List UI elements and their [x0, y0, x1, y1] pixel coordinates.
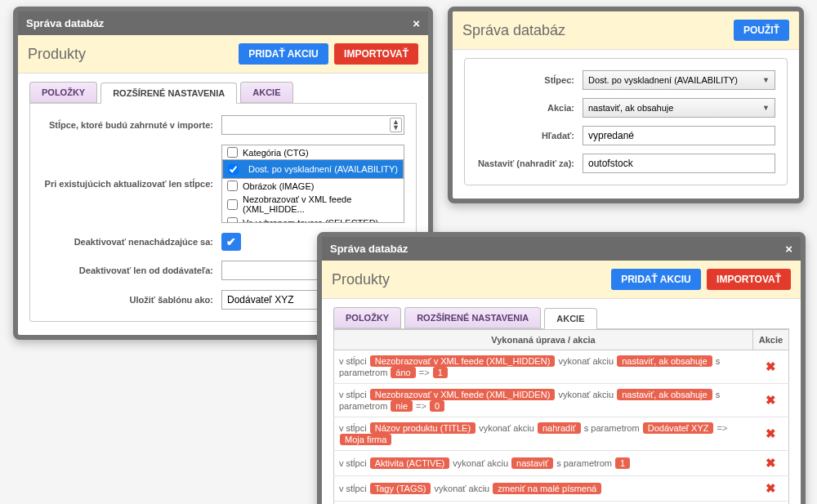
close-icon[interactable]: × — [413, 16, 420, 30]
dialog-header: Produkty PRIDAŤ AKCIU IMPORTOVAŤ — [322, 261, 801, 299]
table-row: v stĺpci Cena (PRICE) vykonať akciu vyde… — [334, 502, 789, 505]
page-title: Produkty — [332, 271, 390, 288]
checkbox[interactable] — [227, 217, 238, 223]
txt: vykonať akciu — [435, 484, 490, 493]
txt: vykonať akciu — [558, 390, 614, 399]
dialog-header: Správa databáz POUŽIŤ — [453, 11, 799, 50]
row-search: Hľadať: — [476, 126, 775, 145]
tab-actions[interactable]: AKCIE — [240, 82, 292, 103]
search-input[interactable] — [583, 126, 775, 145]
table-row: v stĺpci Názov produktu (TITLE) vykonať … — [334, 417, 789, 451]
label: Deaktivovať len od dodávateľa: — [42, 265, 221, 275]
tag-column: Aktivita (ACTIVE) — [370, 457, 450, 469]
col-header-akcie: Akcie — [753, 330, 789, 350]
list-item[interactable]: Nezobrazovať v XML feede (XML_HIDDE... — [222, 193, 404, 216]
list-item[interactable]: Dost. po vyskladnení (AVAILABILITY) — [222, 159, 404, 179]
tag-action: nastaviť, ak obsahuje — [617, 389, 712, 400]
txt: vykonať akciu — [479, 423, 534, 433]
delete-icon[interactable]: ✖ — [766, 481, 776, 495]
txt: vykonať akciu — [558, 356, 614, 366]
arrow-icon: => — [416, 401, 426, 411]
page-title: Správa databáz — [462, 22, 565, 39]
import-button[interactable]: IMPORTOVAŤ — [334, 43, 418, 65]
tag-param: Dodávateľ XYZ — [643, 422, 714, 434]
tab-extended[interactable]: ROZŠÍRENÉ NASTAVENIA — [100, 83, 237, 104]
action-description: v stĺpci Cena (PRICE) vykonať akciu vyde… — [334, 502, 753, 505]
label: Pri existujúcich aktualizovať len stĺpce… — [42, 179, 221, 189]
tag-param: nie — [391, 400, 413, 412]
table-row: v stĺpci Nezobrazovať v XML feede (XML_H… — [334, 384, 789, 417]
txt: s parametrom — [556, 458, 612, 468]
close-icon[interactable]: × — [785, 242, 792, 256]
actions-table: Vykonaná úprava / akcia Akcie v stĺpci N… — [333, 329, 789, 504]
arrow-icon: => — [419, 368, 430, 377]
txt: v stĺpci — [339, 484, 367, 493]
spinner-arrows-icon[interactable]: ▲▼ — [390, 118, 402, 132]
tab-items[interactable]: POLOŽKY — [29, 82, 97, 103]
label: Akcia: — [476, 103, 583, 113]
dialog-body: Stĺpec: Dost. po vyskladnení (AVAILABILI… — [453, 50, 799, 198]
header-buttons: POUŽIŤ — [730, 20, 789, 41]
tab-actions[interactable]: AKCIE — [544, 308, 596, 329]
tag-param: 1 — [433, 367, 448, 378]
checkbox[interactable] — [228, 164, 239, 175]
chevron-down-icon: ▼ — [762, 104, 770, 112]
titlebar: Správa databáz × — [18, 11, 428, 35]
checkbox[interactable] — [227, 181, 238, 191]
txt: s parametrom — [584, 423, 640, 433]
form-frame: Stĺpec: Dost. po vyskladnení (AVAILABILI… — [464, 58, 788, 185]
row-column: Stĺpec: Dost. po vyskladnení (AVAILABILI… — [476, 70, 775, 90]
delete-icon[interactable]: ✖ — [766, 426, 776, 440]
tag-param: áno — [391, 367, 415, 378]
apply-button[interactable]: POUŽIŤ — [734, 20, 789, 41]
checkbox-checked-icon[interactable]: ✔ — [221, 233, 241, 251]
dialog-actions-list: Správa databáz × Produkty PRIDAŤ AKCIU I… — [317, 232, 806, 504]
import-button[interactable]: IMPORTOVAŤ — [707, 269, 791, 290]
delete-icon[interactable]: ✖ — [766, 393, 776, 407]
tab-items[interactable]: POLOŽKY — [333, 307, 401, 328]
list-item-label: Obrázok (IMAGE) — [243, 181, 314, 191]
list-item[interactable]: Obrázok (IMAGE) — [222, 179, 404, 193]
action-description: v stĺpci Nezobrazovať v XML feede (XML_H… — [334, 384, 753, 417]
action-description: v stĺpci Nezobrazovať v XML feede (XML_H… — [334, 350, 753, 384]
table-row: v stĺpci Nezobrazovať v XML feede (XML_H… — [334, 350, 789, 384]
tag-param: 1 — [615, 457, 630, 469]
header-buttons: PRIDAŤ AKCIU IMPORTOVAŤ — [235, 43, 418, 65]
dialog-title: Správa databáz — [330, 243, 408, 255]
delete-icon[interactable]: ✖ — [766, 456, 776, 470]
arrow-icon: => — [717, 423, 728, 433]
replace-input[interactable] — [583, 154, 775, 173]
tag-column: Nezobrazovať v XML feede (XML_HIDDEN) — [370, 389, 556, 400]
tag-action: nastaviť, ak obsahuje — [617, 355, 712, 367]
row-import-columns: Stĺpce, ktoré budú zahrnuté v importe: ▲… — [42, 115, 404, 135]
dialog-body: POLOŽKY ROZŠÍRENÉ NASTAVENIA AKCIE Vykon… — [322, 299, 801, 504]
tabs: POLOŽKY ROZŠÍRENÉ NASTAVENIA AKCIE — [333, 307, 789, 329]
row-update-columns: Pri existujúcich aktualizovať len stĺpce… — [42, 145, 404, 223]
column-select[interactable]: Dost. po vyskladnení (AVAILABILITY) ▼ — [583, 70, 775, 90]
tab-extended[interactable]: ROZŠÍRENÉ NASTAVENIA — [404, 307, 541, 328]
dialog-header: Produkty PRIDAŤ AKCIU IMPORTOVAŤ — [18, 35, 428, 74]
tag-action: nastaviť — [511, 457, 553, 469]
columns-spinner[interactable]: ▲▼ — [221, 115, 404, 135]
list-item[interactable]: Vo vybranom tovare (SELECTED) — [222, 216, 404, 223]
tag-column: Nezobrazovať v XML feede (XML_HIDDEN) — [370, 355, 556, 367]
titlebar: Správa databáz × — [322, 237, 801, 261]
table-row: v stĺpci Aktivita (ACTIVE) vykonať akciu… — [334, 451, 789, 476]
delete-icon[interactable]: ✖ — [766, 359, 776, 373]
label: Uložiť šablónu ako: — [42, 295, 221, 305]
select-value: Dost. po vyskladnení (AVAILABILITY) — [588, 75, 738, 85]
txt: v stĺpci — [339, 390, 367, 399]
columns-listbox[interactable]: Kategória (CTG) Dost. po vyskladnení (AV… — [221, 145, 404, 223]
add-action-button[interactable]: PRIDAŤ AKCIU — [611, 269, 701, 290]
checkbox[interactable] — [227, 147, 238, 158]
label: Nastaviť (nahradiť za): — [476, 158, 583, 168]
dialog-action-config: Správa databáz POUŽIŤ Stĺpec: Dost. po v… — [448, 7, 804, 203]
row-replace: Nastaviť (nahradiť za): — [476, 154, 775, 173]
label: Stĺpce, ktoré budú zahrnuté v importe: — [42, 120, 221, 130]
tag-param: Moja firma — [340, 434, 391, 445]
add-action-button[interactable]: PRIDAŤ AKCIU — [239, 43, 328, 65]
label: Deaktivovať nenachádzajúce sa: — [42, 237, 221, 247]
list-item[interactable]: Kategória (CTG) — [222, 145, 404, 159]
action-select[interactable]: nastaviť, ak obsahuje ▼ — [583, 98, 775, 118]
checkbox[interactable] — [227, 199, 238, 210]
